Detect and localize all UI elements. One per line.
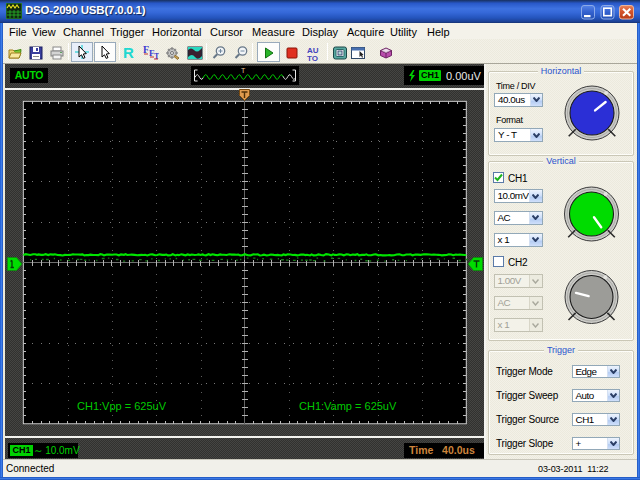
- svg-text:CH1:Vamp = 625uV: CH1:Vamp = 625uV: [299, 400, 397, 412]
- svg-text:TO: TO: [307, 54, 318, 62]
- svg-text:CH1:Vpp = 625uV: CH1:Vpp = 625uV: [77, 400, 167, 412]
- svg-text:T: T: [241, 67, 246, 74]
- svg-text:T: T: [154, 52, 159, 61]
- svg-text:R: R: [123, 45, 134, 61]
